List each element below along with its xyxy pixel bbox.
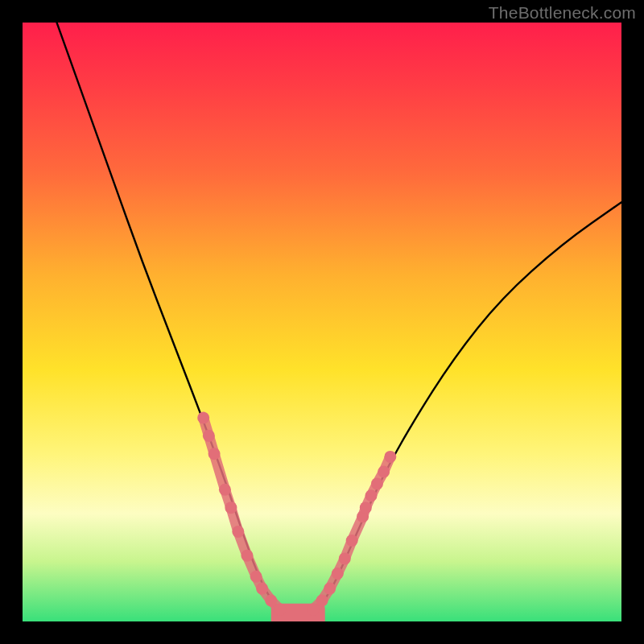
watermark-text: TheBottleneck.com [489, 3, 636, 23]
marker-band [204, 418, 280, 609]
marker-dot-left [225, 502, 237, 514]
marker-dot-right [384, 451, 396, 463]
marker-dot-left [208, 448, 221, 460]
bottleneck-curve [52, 23, 621, 616]
marker-dot-right [371, 477, 383, 489]
marker-dot-right [332, 568, 344, 580]
marker-dot-left [219, 484, 231, 496]
marker-dot-left [197, 412, 209, 424]
marker-dot-right [307, 604, 319, 616]
marker-dot-left [232, 526, 244, 538]
marker-dot-left [256, 583, 268, 595]
marker-dot-right [324, 583, 336, 595]
marker-dot-right [360, 502, 372, 514]
marker-dot-left [242, 550, 254, 562]
marker-dot-left [274, 604, 286, 616]
marker-dot-right [316, 594, 328, 606]
chart-plot-area [23, 23, 621, 621]
marker-dot-left [265, 594, 277, 606]
marker-dot-right [346, 535, 358, 547]
marker-dot-right [339, 552, 351, 564]
marker-dot-left [250, 571, 262, 583]
chart-svg [23, 23, 621, 621]
marker-dot-left [203, 430, 215, 442]
marker-dot-right [378, 466, 390, 478]
marker-dot-right [365, 489, 378, 502]
